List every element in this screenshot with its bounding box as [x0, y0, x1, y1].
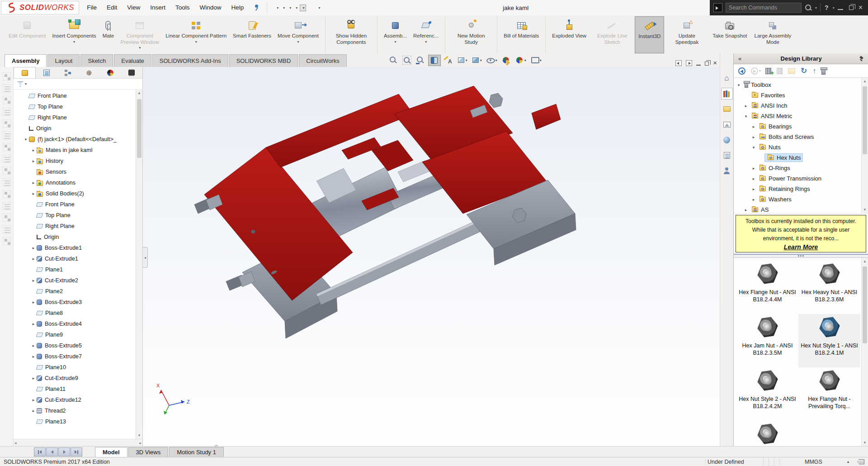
menu-item[interactable]: View	[122, 0, 145, 15]
expand-caret[interactable]: ▸	[750, 187, 757, 191]
ribbon-button[interactable]: Smart Fasteners	[230, 16, 274, 53]
ribbon-button[interactable]: New Motion Study	[448, 16, 497, 53]
library-tree-scrollbar[interactable]: ▲ ▼	[861, 78, 868, 213]
command-tab[interactable]: Sketch	[80, 54, 113, 67]
close-doc-icon[interactable]	[713, 59, 717, 67]
left-toolbar-button[interactable]	[3, 108, 11, 116]
scroll-down-icon[interactable]: ▼	[137, 432, 141, 439]
library-toolbar-button[interactable]	[738, 67, 746, 75]
feature-tree-item[interactable]: Sensors	[14, 166, 136, 177]
previous-tab-button[interactable]	[46, 447, 58, 456]
expand-caret[interactable]: ▸	[750, 166, 757, 171]
quick-access-button[interactable]	[311, 7, 315, 9]
headsup-button[interactable]: ▾	[456, 55, 469, 66]
scroll-up-icon[interactable]: ▲	[137, 90, 141, 96]
feature-tree-item[interactable]: Plane9	[14, 329, 136, 340]
ribbon-button[interactable]: Update Speedpak	[664, 16, 709, 53]
scroll-up-icon[interactable]: ▲	[863, 78, 867, 85]
left-toolbar-button[interactable]	[3, 225, 11, 233]
filter-dropdown-caret[interactable]: ▾	[25, 82, 27, 86]
expand-caret[interactable]: ▸	[30, 398, 37, 402]
pin-panel-icon[interactable]	[859, 56, 865, 62]
scroll-left-icon[interactable]: ◂	[14, 441, 17, 445]
dropdown-caret[interactable]: ▾	[425, 40, 427, 44]
ribbon-button[interactable]: Explode Line Sketch	[590, 16, 635, 53]
scroll-down-icon[interactable]: ▼	[863, 439, 867, 446]
manager-tab[interactable]	[100, 67, 121, 78]
headsup-button[interactable]: ▾	[514, 55, 528, 66]
document-tab[interactable]: Model	[95, 447, 127, 457]
ribbon-button[interactable]: Take Snapshot	[709, 16, 750, 53]
expand-caret[interactable]: ▸	[30, 409, 37, 413]
dropdown-caret[interactable]: ▾	[195, 40, 197, 44]
menu-item[interactable]: File	[82, 0, 102, 15]
dropdown-caret[interactable]: ▾	[318, 6, 320, 10]
menu-item[interactable]: Tools	[170, 0, 195, 15]
manager-tab[interactable]	[57, 67, 78, 78]
units-selector[interactable]: MMGS	[779, 459, 847, 465]
quick-access-button[interactable]	[270, 7, 274, 9]
library-item[interactable]: Hex Nut Style 1 - ANSI B18.2.4.1M	[798, 314, 860, 367]
task-pane-tab[interactable]	[721, 165, 733, 176]
dropdown-caret[interactable]: ▾	[277, 6, 278, 10]
dropdown-caret[interactable]: ▾	[524, 58, 526, 62]
menu-item[interactable]: Edit	[102, 0, 122, 15]
task-pane-tab[interactable]	[721, 103, 733, 115]
feature-tree-item[interactable]: Front Plane	[14, 199, 136, 210]
task-pane-tab[interactable]	[721, 88, 733, 100]
feature-tree-item[interactable]: ▸ Boss-Extrude7	[14, 351, 136, 362]
feature-tree-item[interactable]: ▸ Thread2	[14, 405, 136, 416]
ribbon-button[interactable]: Linear Component Pattern ▾	[162, 16, 230, 53]
left-toolbar-button[interactable]	[3, 131, 11, 139]
feature-tree-item[interactable]: Origin	[14, 232, 136, 243]
quick-access-button[interactable]: ▾	[287, 5, 292, 11]
library-tree-item[interactable]: ▸ Retaining Rings	[734, 184, 861, 194]
feature-tree-item[interactable]: ▸ Cut-Extrude12	[14, 395, 136, 405]
headsup-button[interactable]: ▾	[529, 55, 543, 66]
library-toolbar-button[interactable]	[777, 68, 783, 74]
headsup-button[interactable]: ▾	[470, 55, 483, 66]
dropdown-caret[interactable]: ▾	[289, 6, 291, 10]
expand-caret[interactable]: ▸	[750, 124, 757, 129]
feature-tree-item[interactable]: Plane10	[14, 362, 136, 373]
headsup-button[interactable]: ▾	[485, 55, 499, 66]
library-item[interactable]: Hex Flange Nut - Prevailing Torq...	[798, 367, 860, 421]
scroll-down-icon[interactable]: ▼	[863, 206, 867, 213]
last-tab-button[interactable]	[71, 447, 82, 456]
manager-tab[interactable]	[36, 67, 57, 78]
scroll-up-icon[interactable]: ▲	[863, 258, 867, 265]
library-tree-item[interactable]: ▾ ANSI Metric	[734, 111, 861, 121]
manager-tab[interactable]	[79, 67, 100, 78]
expand-caret[interactable]: ▸	[743, 208, 749, 212]
pane-right-icon[interactable]	[686, 60, 692, 66]
library-items-scrollbar[interactable]: ▲ ▼	[861, 258, 868, 446]
splitter-handle[interactable]	[215, 445, 218, 448]
library-toolbar-button[interactable]	[821, 67, 826, 75]
task-pane-tab[interactable]	[721, 134, 733, 146]
feature-tree-item[interactable]: Plane11	[14, 384, 136, 395]
expand-caret[interactable]: ▸	[30, 354, 37, 359]
feature-tree-item[interactable]: Top Plane	[14, 210, 136, 221]
left-toolbar-button[interactable]	[3, 84, 11, 92]
headsup-button[interactable]	[387, 55, 400, 66]
pane-left-icon[interactable]	[675, 60, 682, 66]
library-item[interactable]: Hex Flange Nut - ANSI B18.2.4.4M	[736, 261, 798, 314]
feature-tree-item[interactable]: Origin	[14, 123, 136, 134]
command-tab[interactable]: Evaluate	[114, 54, 151, 67]
feature-tree-item[interactable]: ▸ Cut-Extrude2	[14, 275, 136, 286]
expand-caret[interactable]: ▸	[750, 197, 757, 202]
left-toolbar-button[interactable]	[3, 119, 11, 128]
expand-caret[interactable]: ▸	[30, 159, 37, 163]
library-tree-item[interactable]: Hex Nuts	[734, 152, 861, 163]
dropdown-caret[interactable]: ▾	[759, 69, 761, 73]
feature-tree-item[interactable]: ▸ Boss-Extrude4	[14, 319, 136, 329]
minimize-doc-icon[interactable]	[696, 65, 701, 66]
quick-access-button[interactable]: ▾	[316, 5, 321, 11]
library-item[interactable]: Hex Nut Style 2 - ANSI B18.2.4.2M	[736, 367, 798, 421]
left-toolbar-button[interactable]	[3, 214, 11, 222]
left-toolbar-button[interactable]	[3, 72, 11, 81]
ribbon-button[interactable]: Instant3D	[635, 16, 664, 53]
feature-tree-item[interactable]: Right Plane	[14, 112, 136, 123]
headsup-button[interactable]	[401, 55, 413, 66]
scroll-right-icon[interactable]: ▸	[139, 441, 142, 445]
